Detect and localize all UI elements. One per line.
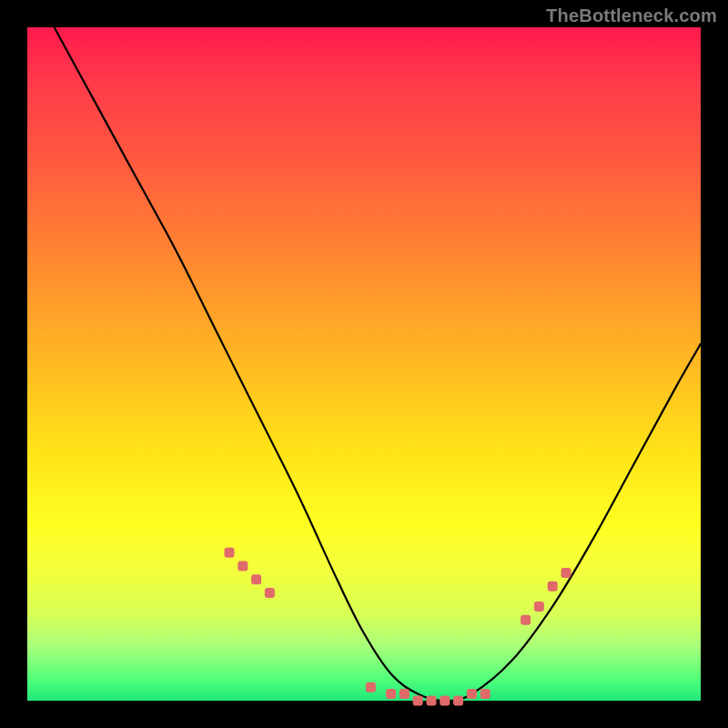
highlight-dot — [225, 548, 235, 558]
highlight-dot — [265, 588, 275, 598]
highlight-dot — [453, 696, 463, 706]
watermark-text: TheBottleneck.com — [546, 5, 717, 26]
curve-svg — [27, 27, 701, 701]
highlight-dot — [440, 696, 450, 706]
highlight-dot — [238, 561, 248, 571]
highlight-dot — [366, 682, 376, 693]
highlight-dot — [548, 581, 558, 592]
highlight-dot — [480, 689, 490, 699]
highlight-dot — [399, 689, 410, 699]
highlight-dot — [413, 696, 423, 706]
highlight-dot — [561, 568, 571, 578]
highlight-dot — [386, 689, 396, 699]
highlight-dot — [521, 615, 531, 625]
gradient-plot-area — [27, 27, 701, 701]
bottleneck-curve — [55, 27, 701, 701]
highlight-dot — [534, 602, 544, 612]
outer-frame: TheBottleneck.com — [0, 0, 728, 728]
highlight-dot — [251, 574, 261, 584]
highlight-dot — [467, 689, 477, 699]
highlight-dot — [427, 696, 437, 706]
